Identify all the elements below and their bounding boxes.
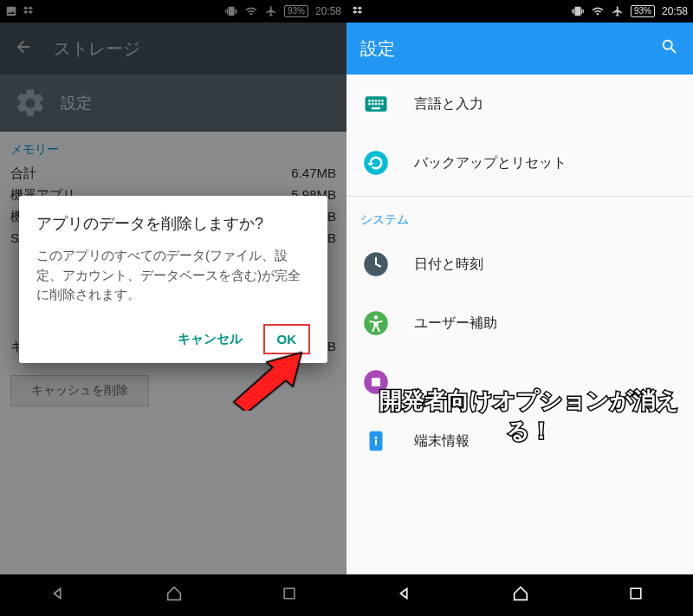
svg-rect-10 bbox=[375, 440, 377, 445]
settings-item-label: ユーザー補助 bbox=[414, 314, 497, 333]
battery-indicator: 93% bbox=[631, 5, 655, 17]
settings-item-label: バックアップとリセット bbox=[414, 154, 567, 172]
settings-list: 言語と入力 バックアップとリセット システム 日付と時刻 ユ bbox=[346, 75, 693, 574]
dialog-title: アプリのデータを削除しますか? bbox=[36, 213, 310, 234]
airplane-icon bbox=[612, 5, 624, 17]
nav-recent-icon[interactable] bbox=[281, 585, 298, 606]
svg-rect-11 bbox=[631, 588, 641, 599]
status-bar: 93% 20:58 bbox=[0, 0, 346, 23]
svg-point-9 bbox=[375, 437, 378, 439]
clock-icon bbox=[362, 250, 390, 278]
left-screen: 93% 20:58 ストレージ 設定 メモリー 合計 6.47MB 機器アプリ bbox=[0, 0, 346, 616]
confirm-dialog: アプリのデータを削除しますか? このアプリのすべてのデータ(ファイル、設定、アカ… bbox=[19, 196, 327, 363]
about-phone-icon bbox=[362, 427, 390, 455]
dialog-body: このアプリのすべてのデータ(ファイル、設定、アカウント、データベースを含む)が完… bbox=[36, 246, 310, 305]
search-icon[interactable] bbox=[660, 37, 679, 60]
settings-item-label: 端末情報 bbox=[414, 432, 470, 451]
toolbar: ストレージ bbox=[0, 23, 346, 75]
divider bbox=[346, 196, 693, 197]
wifi-icon bbox=[591, 5, 605, 17]
cancel-button[interactable]: キャンセル bbox=[165, 324, 255, 354]
settings-item-accessibility[interactable]: ユーザー補助 bbox=[346, 294, 693, 353]
status-bar: 93% 20:58 bbox=[346, 0, 693, 23]
dropbox-icon bbox=[23, 5, 35, 17]
right-screen: 93% 20:58 設定 言語と入力 バックアップとリセット bbox=[346, 0, 693, 616]
settings-item-datetime[interactable]: 日付と時刻 bbox=[346, 235, 693, 294]
battery-indicator: 93% bbox=[284, 5, 308, 17]
section-system-label: システム bbox=[346, 200, 693, 235]
clock: 20:58 bbox=[315, 5, 341, 17]
nav-home-icon[interactable] bbox=[165, 584, 184, 606]
restore-icon bbox=[362, 149, 390, 177]
settings-item-language[interactable]: 言語と入力 bbox=[346, 75, 693, 133]
keyboard-icon bbox=[362, 90, 390, 118]
navigation-bar bbox=[0, 574, 346, 616]
svg-rect-1 bbox=[284, 588, 295, 599]
back-icon[interactable] bbox=[14, 37, 33, 60]
section-memory-label: メモリー bbox=[0, 132, 346, 163]
page-title: ストレージ bbox=[54, 37, 140, 61]
settings-item-backup[interactable]: バックアップとリセット bbox=[346, 133, 693, 192]
svg-rect-7 bbox=[372, 378, 380, 386]
clock: 20:58 bbox=[662, 5, 688, 17]
nav-back-icon[interactable] bbox=[49, 584, 68, 606]
toolbar: 設定 bbox=[346, 23, 693, 75]
page-title: 設定 bbox=[360, 37, 395, 61]
settings-item-label: 日付と時刻 bbox=[414, 256, 483, 274]
app-name: 設定 bbox=[61, 93, 92, 113]
settings-item-label: 言語と入力 bbox=[414, 95, 483, 113]
vibrate-icon bbox=[225, 5, 237, 17]
navigation-bar bbox=[346, 574, 693, 616]
settings-item-about[interactable]: 端末情報 bbox=[346, 412, 693, 470]
wifi-icon bbox=[244, 5, 258, 17]
printer-icon bbox=[362, 368, 390, 396]
nav-recent-icon[interactable] bbox=[627, 585, 644, 606]
memory-row: 合計 6.47MB bbox=[10, 163, 336, 185]
dropbox-icon bbox=[352, 5, 364, 17]
nav-back-icon[interactable] bbox=[395, 584, 414, 606]
accessibility-icon bbox=[362, 309, 390, 337]
clear-cache-button[interactable]: キャッシュを削除 bbox=[10, 375, 149, 406]
settings-item-hidden[interactable]: . bbox=[346, 353, 693, 412]
app-banner: 設定 bbox=[0, 75, 346, 132]
gear-icon bbox=[14, 87, 47, 120]
airplane-icon bbox=[265, 5, 277, 17]
vibrate-icon bbox=[572, 5, 584, 17]
nav-home-icon[interactable] bbox=[511, 584, 530, 606]
svg-point-5 bbox=[374, 315, 379, 320]
image-icon bbox=[5, 5, 17, 17]
ok-button[interactable]: OK bbox=[263, 324, 311, 354]
